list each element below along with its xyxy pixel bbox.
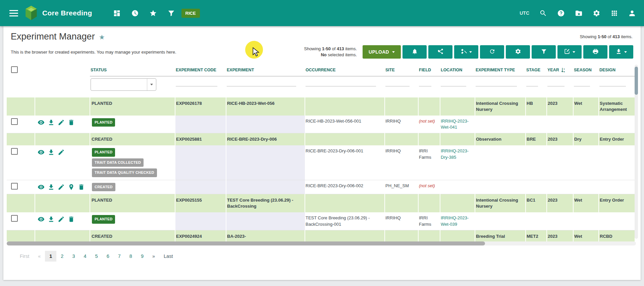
- pagination-page-5[interactable]: 5: [91, 251, 102, 262]
- clock-icon[interactable]: [131, 9, 139, 17]
- delete-action-icon[interactable]: [78, 184, 85, 191]
- column-header-season[interactable]: SEASON: [573, 64, 599, 76]
- download-action-icon[interactable]: [48, 149, 55, 156]
- pagination-first[interactable]: First: [15, 251, 34, 262]
- user-icon[interactable]: [628, 9, 636, 17]
- share-icon: [437, 48, 444, 56]
- help-icon[interactable]: [557, 9, 565, 17]
- pagination-page-6[interactable]: 6: [102, 251, 114, 262]
- column-header-site[interactable]: SITE: [385, 64, 418, 76]
- pagination-page-1[interactable]: 1: [45, 251, 56, 262]
- pagination-page-3[interactable]: 3: [68, 251, 79, 262]
- cell-season: Dry: [573, 133, 599, 146]
- filter-input-location[interactable]: [441, 78, 466, 86]
- edit-action-icon[interactable]: [58, 216, 65, 223]
- status-filter-select[interactable]: [91, 78, 156, 91]
- view-action-icon[interactable]: [38, 119, 45, 126]
- filter-button[interactable]: [532, 45, 556, 59]
- column-header-location[interactable]: LOCATION: [440, 64, 475, 76]
- row-checkbox[interactable]: [11, 183, 18, 190]
- print-button[interactable]: [583, 45, 607, 59]
- view-action-icon[interactable]: [38, 184, 45, 191]
- cell-season: Wet: [573, 97, 599, 116]
- pagination-page-8[interactable]: 8: [125, 251, 137, 262]
- pagination-page-4[interactable]: 4: [79, 251, 91, 262]
- edit-action-icon[interactable]: [58, 149, 65, 156]
- filter-input-occurrence[interactable]: [306, 78, 376, 86]
- pagination-last[interactable]: Last: [159, 251, 177, 262]
- filter-input-stage[interactable]: [526, 78, 538, 86]
- vertical-scrollbar-thumb[interactable]: [635, 67, 638, 95]
- cell-season: Wet: [573, 230, 599, 241]
- export-button[interactable]: [609, 45, 633, 59]
- occurrence-row: PLANTEDTEST Core Breeding (23.06.29) - B…: [7, 212, 635, 230]
- crop-badge[interactable]: RICE: [181, 9, 200, 18]
- row-checkbox[interactable]: [11, 148, 18, 155]
- view-action-icon[interactable]: [38, 149, 45, 156]
- column-header-status[interactable]: STATUS: [90, 64, 175, 76]
- pagination-page-2[interactable]: 2: [56, 251, 68, 262]
- filter-input-year[interactable]: [547, 78, 565, 86]
- row-checkbox[interactable]: [11, 215, 18, 222]
- favorite-star-icon[interactable]: ★: [99, 33, 105, 41]
- download-action-icon[interactable]: [48, 119, 55, 126]
- edit-views-button[interactable]: [557, 45, 582, 59]
- column-header-occurrence[interactable]: OCCURRENCE: [305, 64, 385, 76]
- add-planting-action-icon[interactable]: [68, 184, 75, 191]
- delete-action-icon[interactable]: [68, 216, 75, 223]
- filter-input-design[interactable]: [599, 78, 626, 86]
- column-header-design[interactable]: DESIGN: [599, 64, 635, 76]
- search-icon[interactable]: [539, 9, 547, 17]
- download-action-icon[interactable]: [48, 184, 55, 191]
- refresh-button[interactable]: [480, 45, 504, 59]
- location-link[interactable]: IRRIHQ-2023-Wet-039: [441, 215, 469, 226]
- horizontal-scrollbar-thumb[interactable]: [7, 241, 485, 245]
- filter-input-season[interactable]: [574, 78, 590, 86]
- status-badge: TRAIT DATA QUALITY CHECKED: [92, 168, 157, 177]
- filter-icon[interactable]: [167, 9, 175, 17]
- sort-icon[interactable]: 19: [561, 67, 566, 73]
- column-header-year[interactable]: YEAR19: [547, 64, 573, 76]
- timezone-label[interactable]: UTC: [520, 10, 529, 16]
- share-button[interactable]: [428, 45, 452, 59]
- filter-cell: [573, 76, 599, 97]
- cell-empty: [475, 180, 526, 194]
- download-action-icon[interactable]: [48, 216, 55, 223]
- notifications-button[interactable]: [402, 45, 427, 59]
- filter-input-field[interactable]: [419, 78, 431, 86]
- star-icon[interactable]: [149, 9, 157, 17]
- column-header-experiment[interactable]: EXPERIMENT: [226, 64, 305, 76]
- dashboard-icon[interactable]: [113, 9, 121, 17]
- bell-icon: [412, 48, 418, 56]
- folder-star-icon[interactable]: [575, 9, 583, 17]
- location-link[interactable]: IRRIHQ-2023-Wet-041: [441, 119, 469, 130]
- settings-button[interactable]: [506, 45, 530, 59]
- cell-experiment-code: EXP0026178: [175, 97, 226, 116]
- pagination-prev[interactable]: «: [34, 251, 45, 262]
- select-all-checkbox[interactable]: [11, 66, 18, 73]
- filter-input-experiment-type[interactable]: [476, 78, 517, 86]
- view-action-icon[interactable]: [38, 216, 45, 223]
- cell-empty: [418, 194, 440, 213]
- tools-button[interactable]: [454, 45, 478, 59]
- upload-button[interactable]: UPLOAD: [363, 45, 401, 59]
- row-checkbox[interactable]: [11, 118, 18, 125]
- delete-action-icon[interactable]: [68, 119, 75, 126]
- column-header-stage[interactable]: STAGE: [526, 64, 547, 76]
- pagination-page-9[interactable]: 9: [137, 251, 148, 262]
- column-header-field[interactable]: FIELD: [418, 64, 440, 76]
- filter-input-experiment[interactable]: [227, 78, 296, 86]
- edit-action-icon[interactable]: [58, 119, 65, 126]
- pagination-next[interactable]: »: [148, 251, 159, 262]
- filter-input-experiment-code[interactable]: [176, 78, 217, 86]
- apps-icon[interactable]: [610, 9, 618, 17]
- filter-input-site[interactable]: [385, 78, 410, 86]
- pagination-page-7[interactable]: 7: [114, 251, 125, 262]
- edit-action-icon[interactable]: [58, 184, 65, 191]
- column-header-experiment-type[interactable]: EXPERIMENT TYPE: [475, 64, 526, 76]
- column-header-experiment-code[interactable]: EXPERIMENT CODE: [175, 64, 226, 76]
- location-link[interactable]: IRRIHQ-2023-Dry-385: [441, 148, 469, 159]
- menu-icon[interactable]: [9, 10, 18, 16]
- gear-icon[interactable]: [592, 9, 600, 17]
- cell-empty: [475, 212, 526, 230]
